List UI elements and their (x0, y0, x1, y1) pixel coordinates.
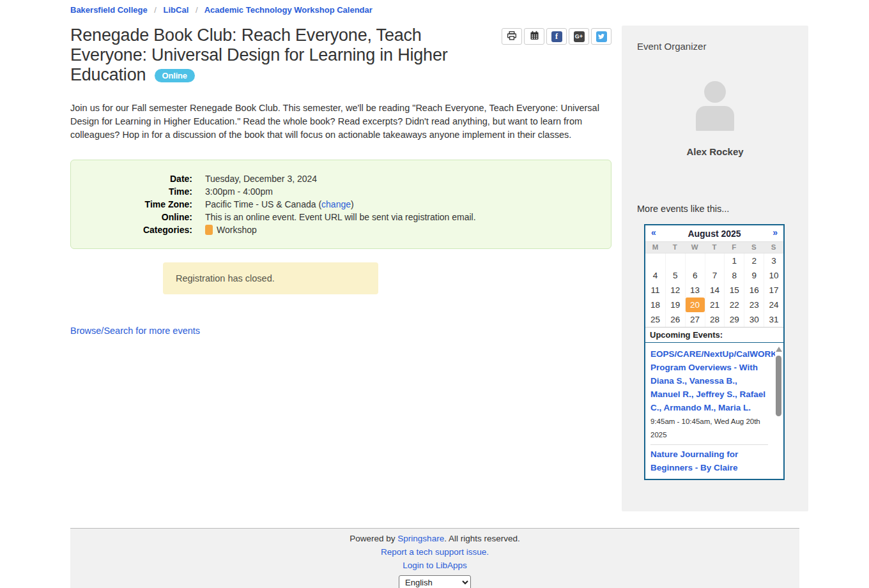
person-icon (683, 122, 747, 133)
upcoming-events-list: EOPS/CARE/NextUp/CalWORKs Program Overvi… (645, 343, 783, 479)
add-to-calendar-button[interactable] (524, 28, 544, 45)
more-events-text: More events like this... (637, 204, 793, 214)
breadcrumb-link-bakersfield[interactable]: Bakersfield College (70, 5, 148, 15)
language-select[interactable]: English (399, 575, 471, 588)
calendar-day-selected[interactable]: 20 (685, 298, 705, 312)
breadcrumb: Bakersfield College / LibCal / Academic … (70, 5, 373, 15)
category-name: Workshop (217, 225, 257, 235)
scrollbar-thumb[interactable] (776, 356, 781, 416)
calendar-day-empty (645, 253, 665, 268)
calendar-day[interactable]: 17 (764, 283, 783, 298)
calendar-day[interactable]: 30 (744, 312, 764, 327)
main-content: Renegade Book Club: Reach Everyone, Teac… (70, 26, 611, 336)
event-details-box: Date: Tuesday, December 3, 2024 Time: 3:… (70, 160, 611, 249)
print-button[interactable] (502, 28, 522, 45)
calendar-day[interactable]: 18 (645, 298, 665, 312)
page: Bakersfield College / LibCal / Academic … (0, 0, 869, 588)
calendar-day-headers: MTWTFSS (645, 241, 783, 253)
day-header: S (744, 242, 764, 253)
calendar-day[interactable]: 26 (665, 312, 685, 327)
categories-value: Workshop (205, 223, 257, 236)
calendar-prev-button[interactable]: « (651, 227, 656, 237)
scrollbar-up-arrow-icon[interactable] (776, 347, 782, 352)
calendar-day[interactable]: 29 (724, 312, 744, 327)
share-button-group: f G+ (502, 28, 611, 45)
organizer-name: Alex Rockey (637, 146, 793, 157)
organizer-avatar (683, 76, 747, 133)
categories-label: Categories: (77, 223, 192, 236)
online-badge: Online (155, 69, 195, 82)
breadcrumb-link-libcal[interactable]: LibCal (164, 5, 189, 15)
day-header: M (645, 242, 665, 253)
calendar-day[interactable]: 24 (764, 298, 783, 312)
print-icon (506, 30, 518, 43)
calendar-day[interactable]: 13 (685, 283, 705, 298)
calendar-day[interactable]: 2 (744, 253, 764, 268)
category-color-swatch (205, 225, 213, 235)
page-title-line2: Everyone: Universal Design for Learning … (70, 45, 448, 84)
calendar-day[interactable]: 31 (764, 312, 783, 327)
calendar-day-empty (705, 253, 725, 268)
calendar-day[interactable]: 3 (764, 253, 783, 268)
calendar-next-button[interactable]: » (773, 227, 778, 237)
calendar-day[interactable]: 12 (665, 283, 685, 298)
calendar-day[interactable]: 4 (645, 268, 665, 283)
calendar-day[interactable]: 6 (685, 268, 705, 283)
calendar-day-empty (665, 253, 685, 268)
mini-calendar-widget: « August 2025 » MTWTFSS 1234567891011121… (644, 224, 785, 480)
event-organizer-heading: Event Organizer (637, 41, 793, 52)
time-value: 3:00pm - 4:00pm (205, 185, 273, 198)
event-time: 9:45am - 10:45am, Wed Aug 20th 2025 (650, 415, 768, 442)
registration-closed-notice: Registration has closed. (163, 262, 378, 294)
calendar-day[interactable]: 15 (724, 283, 744, 298)
calendar-day[interactable]: 27 (685, 312, 705, 327)
calendar-day[interactable]: 16 (744, 283, 764, 298)
calendar-day[interactable]: 14 (705, 283, 725, 298)
calendar-day[interactable]: 22 (724, 298, 744, 312)
events-scrollbar[interactable] (775, 346, 782, 476)
date-label: Date: (77, 172, 192, 185)
day-header: F (724, 242, 744, 253)
upcoming-event-link[interactable]: Nature Journaling for Beginners - By Cla… (650, 448, 768, 474)
calendar-grid: 1234567891011121314151617181920212223242… (645, 253, 783, 327)
calendar-day[interactable]: 21 (705, 298, 725, 312)
calendar-day[interactable]: 1 (724, 253, 744, 268)
breadcrumb-link-calendar[interactable]: Academic Technology Workshop Calendar (204, 5, 373, 15)
timezone-label: Time Zone: (77, 198, 192, 211)
day-header: T (705, 242, 725, 253)
calendar-day[interactable]: 8 (724, 268, 744, 283)
calendar-day[interactable]: 5 (665, 268, 685, 283)
timezone-value: Pacific Time - US & Canada (change) (205, 198, 354, 211)
google-plus-share-button[interactable]: G+ (569, 28, 589, 45)
calendar-day[interactable]: 19 (665, 298, 685, 312)
page-title: Renegade Book Club: Reach Everyone, Teac… (70, 26, 502, 85)
calendar-day[interactable]: 11 (645, 283, 665, 298)
day-header: T (665, 242, 685, 253)
calendar-day[interactable]: 25 (645, 312, 665, 327)
login-libapps-link[interactable]: Login to LibApps (403, 561, 467, 570)
calendar-day[interactable]: 28 (705, 312, 725, 327)
online-value: This is an online event. Event URL will … (205, 211, 476, 223)
calendar-day[interactable]: 7 (705, 268, 725, 283)
browse-more-events-link[interactable]: Browse/Search for more events (70, 326, 200, 336)
facebook-share-button[interactable]: f (546, 28, 567, 45)
google-plus-icon: G+ (574, 31, 585, 42)
springshare-link[interactable]: Springshare (397, 534, 444, 543)
timezone-change-link[interactable]: change (321, 199, 351, 209)
day-header: S (764, 242, 783, 253)
calendar-day-empty (685, 253, 705, 268)
upcoming-event-link[interactable]: EOPS/CARE/NextUp/CalWORKs Program Overvi… (650, 347, 768, 414)
facebook-icon: f (551, 31, 562, 42)
upcoming-events-heading: Upcoming Events: (645, 327, 783, 343)
powered-by-line: Powered by Springshare. All rights reser… (70, 532, 799, 545)
calendar-day[interactable]: 9 (744, 268, 764, 283)
calendar-day[interactable]: 23 (744, 298, 764, 312)
event-description: Join us for our Fall semester Renegade B… (70, 102, 611, 142)
date-value: Tuesday, December 3, 2024 (205, 172, 317, 185)
time-label: Time: (77, 185, 192, 198)
tech-support-link[interactable]: Report a tech support issue. (381, 547, 489, 557)
calendar-day[interactable]: 10 (764, 268, 783, 283)
twitter-icon (596, 31, 607, 42)
page-title-line1: Renegade Book Club: Reach Everyone, Teac… (70, 26, 422, 45)
twitter-share-button[interactable] (591, 28, 611, 45)
